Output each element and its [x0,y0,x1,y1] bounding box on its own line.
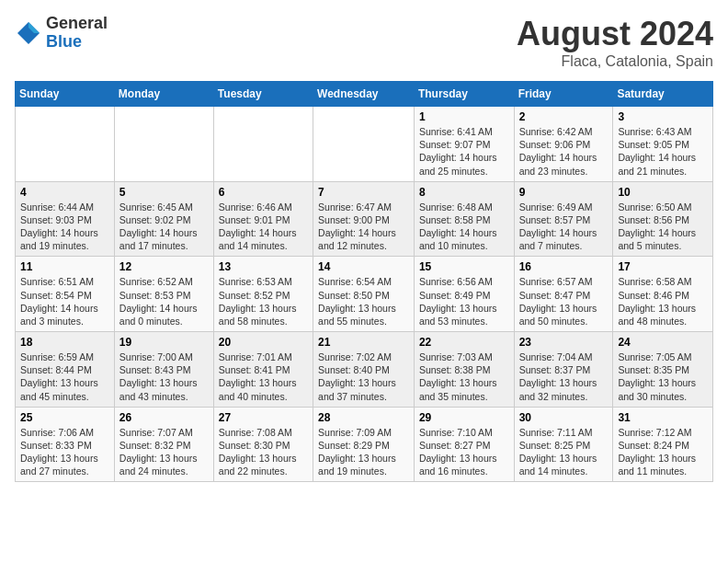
weekday-header-wednesday: Wednesday [313,82,415,107]
calendar-body: 1Sunrise: 6:41 AM Sunset: 9:07 PM Daylig… [16,107,713,482]
calendar-table: SundayMondayTuesdayWednesdayThursdayFrid… [15,81,713,482]
logo-general: General [46,15,108,33]
day-info: Sunrise: 7:03 AM Sunset: 8:38 PM Dayligh… [419,350,509,403]
logo-icon [15,19,42,47]
calendar-week-4: 18Sunrise: 6:59 AM Sunset: 8:44 PM Dayli… [16,332,713,408]
day-number: 31 [618,411,708,424]
day-info: Sunrise: 7:01 AM Sunset: 8:41 PM Dayligh… [219,350,308,403]
calendar-cell: 17Sunrise: 6:58 AM Sunset: 8:46 PM Dayli… [613,257,713,332]
calendar-cell [16,107,115,182]
day-number: 16 [519,260,609,273]
page-header: General Blue August 2024 Flaca, Cataloni… [15,15,713,70]
calendar-cell: 24Sunrise: 7:05 AM Sunset: 8:35 PM Dayli… [613,332,713,408]
calendar-cell: 6Sunrise: 6:46 AM Sunset: 9:01 PM Daylig… [213,181,313,257]
day-number: 19 [119,336,209,349]
calendar-cell: 31Sunrise: 7:12 AM Sunset: 8:24 PM Dayli… [613,407,713,482]
day-number: 5 [119,186,209,199]
day-number: 30 [519,411,609,424]
day-number: 8 [419,186,509,199]
weekday-header-monday: Monday [114,82,213,107]
calendar-week-2: 4Sunrise: 6:44 AM Sunset: 9:03 PM Daylig… [16,181,713,257]
day-info: Sunrise: 6:48 AM Sunset: 8:58 PM Dayligh… [419,201,509,253]
day-number: 3 [618,110,708,123]
day-info: Sunrise: 6:53 AM Sunset: 8:52 PM Dayligh… [219,275,308,327]
day-number: 27 [219,411,308,424]
weekday-header-thursday: Thursday [414,82,514,107]
month-title: August 2024 [517,15,713,53]
day-info: Sunrise: 7:00 AM Sunset: 8:43 PM Dayligh… [119,350,209,403]
day-number: 25 [20,411,109,424]
calendar-cell [313,107,415,182]
calendar-cell: 5Sunrise: 6:45 AM Sunset: 9:02 PM Daylig… [114,181,213,257]
day-number: 4 [20,186,109,199]
day-number: 22 [419,336,509,349]
calendar-cell [213,107,313,182]
day-number: 26 [119,411,209,424]
calendar-cell: 2Sunrise: 6:42 AM Sunset: 9:06 PM Daylig… [514,107,613,182]
day-number: 15 [419,260,509,273]
weekday-header-sunday: Sunday [16,82,115,107]
day-info: Sunrise: 6:42 AM Sunset: 9:06 PM Dayligh… [519,125,609,178]
logo-text: General Blue [46,15,108,52]
day-number: 10 [618,186,708,199]
day-info: Sunrise: 7:05 AM Sunset: 8:35 PM Dayligh… [618,350,708,403]
day-info: Sunrise: 6:57 AM Sunset: 8:47 PM Dayligh… [519,275,609,327]
day-number: 12 [119,260,209,273]
calendar-cell: 23Sunrise: 7:04 AM Sunset: 8:37 PM Dayli… [514,332,613,408]
day-info: Sunrise: 7:04 AM Sunset: 8:37 PM Dayligh… [519,350,609,403]
calendar-cell: 15Sunrise: 6:56 AM Sunset: 8:49 PM Dayli… [414,257,514,332]
calendar-header: SundayMondayTuesdayWednesdayThursdayFrid… [16,82,713,107]
day-info: Sunrise: 6:59 AM Sunset: 8:44 PM Dayligh… [20,350,109,403]
calendar-cell: 9Sunrise: 6:49 AM Sunset: 8:57 PM Daylig… [514,181,613,257]
calendar-cell: 21Sunrise: 7:02 AM Sunset: 8:40 PM Dayli… [313,332,415,408]
day-number: 18 [20,336,109,349]
calendar-cell: 30Sunrise: 7:11 AM Sunset: 8:25 PM Dayli… [514,407,613,482]
calendar-cell: 16Sunrise: 6:57 AM Sunset: 8:47 PM Dayli… [514,257,613,332]
calendar-cell: 7Sunrise: 6:47 AM Sunset: 9:00 PM Daylig… [313,181,415,257]
day-number: 1 [419,110,509,123]
day-info: Sunrise: 6:51 AM Sunset: 8:54 PM Dayligh… [20,275,109,327]
day-info: Sunrise: 6:44 AM Sunset: 9:03 PM Dayligh… [20,201,109,253]
calendar-week-5: 25Sunrise: 7:06 AM Sunset: 8:33 PM Dayli… [16,407,713,482]
day-info: Sunrise: 6:50 AM Sunset: 8:56 PM Dayligh… [618,201,708,253]
calendar-week-1: 1Sunrise: 6:41 AM Sunset: 9:07 PM Daylig… [16,107,713,182]
day-info: Sunrise: 6:45 AM Sunset: 9:02 PM Dayligh… [119,201,209,253]
weekday-header-friday: Friday [514,82,613,107]
day-info: Sunrise: 6:52 AM Sunset: 8:53 PM Dayligh… [119,275,209,327]
day-info: Sunrise: 6:43 AM Sunset: 9:05 PM Dayligh… [618,125,708,178]
calendar-cell: 12Sunrise: 6:52 AM Sunset: 8:53 PM Dayli… [114,257,213,332]
day-number: 28 [318,411,409,424]
calendar-cell: 10Sunrise: 6:50 AM Sunset: 8:56 PM Dayli… [613,181,713,257]
calendar-cell: 18Sunrise: 6:59 AM Sunset: 8:44 PM Dayli… [16,332,115,408]
day-number: 23 [519,336,609,349]
calendar-cell: 8Sunrise: 6:48 AM Sunset: 8:58 PM Daylig… [414,181,514,257]
calendar-cell: 20Sunrise: 7:01 AM Sunset: 8:41 PM Dayli… [213,332,313,408]
day-number: 7 [318,186,409,199]
day-info: Sunrise: 6:56 AM Sunset: 8:49 PM Dayligh… [419,275,509,327]
calendar-cell [114,107,213,182]
day-info: Sunrise: 7:07 AM Sunset: 8:32 PM Dayligh… [119,426,209,478]
day-number: 24 [618,336,708,349]
calendar-cell: 19Sunrise: 7:00 AM Sunset: 8:43 PM Dayli… [114,332,213,408]
location: Flaca, Catalonia, Spain [517,53,713,70]
calendar-cell: 29Sunrise: 7:10 AM Sunset: 8:27 PM Dayli… [414,407,514,482]
logo: General Blue [15,15,108,52]
day-info: Sunrise: 7:12 AM Sunset: 8:24 PM Dayligh… [618,426,708,478]
day-number: 11 [20,260,109,273]
day-info: Sunrise: 6:46 AM Sunset: 9:01 PM Dayligh… [219,201,308,253]
calendar-week-3: 11Sunrise: 6:51 AM Sunset: 8:54 PM Dayli… [16,257,713,332]
day-info: Sunrise: 6:41 AM Sunset: 9:07 PM Dayligh… [419,125,509,178]
day-number: 20 [219,336,308,349]
day-info: Sunrise: 7:06 AM Sunset: 8:33 PM Dayligh… [20,426,109,478]
calendar-cell: 27Sunrise: 7:08 AM Sunset: 8:30 PM Dayli… [213,407,313,482]
title-block: August 2024 Flaca, Catalonia, Spain [517,15,713,70]
weekday-header-saturday: Saturday [613,82,713,107]
day-number: 29 [419,411,509,424]
day-number: 17 [618,260,708,273]
day-number: 14 [318,260,409,273]
day-number: 21 [318,336,409,349]
calendar-cell: 13Sunrise: 6:53 AM Sunset: 8:52 PM Dayli… [213,257,313,332]
calendar-cell: 4Sunrise: 6:44 AM Sunset: 9:03 PM Daylig… [16,181,115,257]
day-info: Sunrise: 7:08 AM Sunset: 8:30 PM Dayligh… [219,426,308,478]
calendar-cell: 1Sunrise: 6:41 AM Sunset: 9:07 PM Daylig… [414,107,514,182]
